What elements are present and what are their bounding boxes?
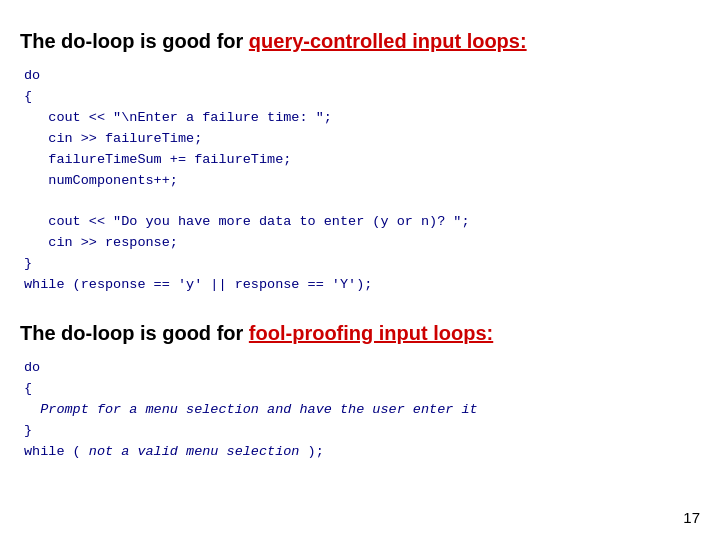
section1-code: do { cout << "\nEnter a failure time: ";… — [24, 66, 690, 296]
slide: The do-loop is good for query-controlled… — [0, 0, 720, 540]
section1: The do-loop is good for query-controlled… — [20, 28, 690, 296]
section2-heading: The do-loop is good for fool-proofing in… — [20, 320, 690, 346]
section2-code: do { Prompt for a menu selection and hav… — [24, 358, 690, 463]
section1-heading-highlight: query-controlled input loops: — [249, 30, 527, 52]
page-number: 17 — [683, 509, 700, 526]
section1-heading: The do-loop is good for query-controlled… — [20, 28, 690, 54]
section1-heading-plain: The do-loop is good for — [20, 30, 249, 52]
section2-heading-plain: The do-loop is good for — [20, 322, 249, 344]
section2: The do-loop is good for fool-proofing in… — [20, 320, 690, 463]
section2-heading-highlight: fool-proofing input loops: — [249, 322, 493, 344]
